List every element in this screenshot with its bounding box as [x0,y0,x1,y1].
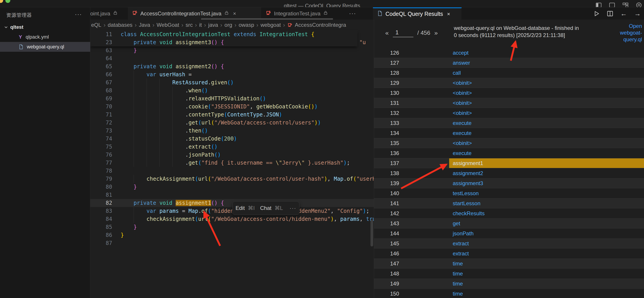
breadcrumb[interactable]: eQL›databases›Java›WebGoat›src›it›java›o… [91,20,373,30]
toggle-sidebar-icon[interactable] [596,2,602,7]
result-link[interactable]: checkResults [449,208,644,218]
sidebar-item-qlpack[interactable]: Y qlpack.yml [0,32,90,42]
line-content: .when() [121,87,374,95]
code-line-68[interactable]: 68 .when() [90,87,374,95]
layout-grid-icon[interactable] [622,2,628,7]
code-line-87[interactable]: 87 [90,239,374,247]
split-editor-icon[interactable] [607,10,613,17]
code-line-23[interactable]: 23 private void assignment3() { [90,38,358,46]
breadcrumb-item[interactable]: src [186,22,192,28]
breadcrumb-item[interactable]: org [224,22,232,28]
result-link[interactable]: extract [449,249,644,259]
sidebar-item-webgoat-query[interactable]: webgoat-query.ql [0,42,90,52]
account-icon[interactable] [636,2,642,7]
code-token: () [211,144,218,150]
close-tab-icon[interactable]: × [233,10,236,17]
explorer-more-actions-icon[interactable]: ··· [75,11,82,18]
code-token: private [134,39,160,45]
code-line-86[interactable]: 86} [90,231,374,239]
sidebar-item-qltest[interactable]: qltest [0,22,90,32]
open-query-link-line[interactable]: webgoat- [611,29,642,36]
result-link[interactable]: execute [449,148,644,158]
code-line-77[interactable]: 77 .get("find { it.username == \"Jerry\"… [90,159,374,167]
code-line-84[interactable]: 84 checkAssignment(url("/WebGoat/access-… [90,215,374,223]
breadcrumb-item[interactable]: it [199,22,202,28]
result-link[interactable]: <obinit> [449,88,644,98]
breadcrumb-item[interactable]: webgoat [260,22,281,28]
code-editor[interactable]: eQL›databases›Java›WebGoat›src›it›java›o… [90,20,374,298]
code-line-67[interactable]: 67 RestAssured.given() [90,79,374,87]
next-page-icon[interactable]: » [434,29,438,37]
tab-point-java[interactable]: oint.java [90,7,128,20]
prev-page-icon[interactable]: « [385,29,389,37]
code-line-66[interactable]: 66 var userHash = [90,70,374,79]
result-link[interactable]: execute [449,128,644,138]
page-number-input[interactable] [393,28,414,37]
code-line-80[interactable]: 80 } [90,183,374,191]
result-link[interactable]: assignment3 [449,178,644,188]
code-line-11[interactable]: 11class AccessControlIntegrationTest ext… [90,30,358,38]
tabbar-scrollbar[interactable] [201,18,333,20]
run-query-icon[interactable] [594,10,600,17]
breadcrumb-leaf[interactable]: AccessControlIntegra [295,22,346,28]
tab-overflow-icon[interactable]: ··· [346,7,359,20]
tab-accesscontrolintegrationtest[interactable]: AccessControlIntegrationTest.java × [128,7,262,20]
code-line-64[interactable]: 64 [90,54,374,62]
toggle-panel-icon[interactable] [609,2,615,7]
result-link[interactable]: <obinit> [449,98,644,108]
code-line-69[interactable]: 69 .relaxedHTTPSValidation() [90,95,374,103]
result-link[interactable]: <obinit> [449,108,644,118]
code-line-79[interactable]: 79 checkAssignment(url("/WebGoat/access-… [90,175,374,183]
code-lines[interactable]: 63 }6465 private void assignment2() {66 … [90,46,374,247]
result-link[interactable]: get [449,219,644,228]
code-line-63[interactable]: 63 } [90,46,374,54]
result-link[interactable]: time [449,269,644,279]
chat-button[interactable]: Chat [260,205,272,211]
result-link[interactable]: extract [449,239,644,248]
tab-integrationtest[interactable]: IntegrationTest.java [262,7,346,20]
breadcrumb-item[interactable]: Java [139,22,150,28]
breadcrumb-item[interactable]: java [208,22,218,28]
code-line-73[interactable]: 73 .then() [90,127,374,135]
result-link[interactable]: <obinit> [449,78,644,88]
editor-scrollbar[interactable] [370,220,373,247]
result-link[interactable]: time [449,279,644,289]
code-line-65[interactable]: 65 private void assignment2() { [90,62,374,70]
breadcrumb-item[interactable]: WebGoat [157,22,179,28]
result-link[interactable]: testLesson [449,188,644,198]
tab-codeql-query-results[interactable]: CodeQL Query Results × [373,7,462,20]
breadcrumb-item[interactable]: databases [108,22,132,28]
edit-button[interactable]: Edit [236,205,245,211]
result-link[interactable]: <obinit> [449,138,644,148]
breadcrumb-item[interactable]: owasp [239,22,254,28]
result-link[interactable]: time [449,259,644,268]
result-link[interactable]: answer [449,58,644,68]
close-tab-icon[interactable]: × [447,11,450,17]
open-query-link-line[interactable]: Open [611,23,642,29]
open-query-link[interactable]: Openwebgoat-query.ql [611,23,642,43]
breadcrumb-item[interactable]: eQL [91,22,101,28]
code-line-75[interactable]: 75 .extract() [90,143,374,151]
result-link[interactable]: startLesson [449,198,644,208]
result-link[interactable]: jsonPath [449,228,644,238]
code-line-70[interactable]: 70 .cookie("JSESSIONID", getWebGoatCooki… [90,103,374,111]
code-line-76[interactable]: 76 .jsonPath() [90,151,374,159]
code-line-74[interactable]: 74 .statusCode(200) [90,135,374,143]
result-link[interactable]: accept [449,48,644,58]
widget-more-icon[interactable]: ··· [290,205,296,211]
result-link[interactable]: call [449,68,644,78]
navigate-back-icon[interactable]: ← [620,10,627,17]
code-line-78[interactable]: 78 [90,167,374,175]
result-link[interactable]: time [449,289,644,298]
code-line-85[interactable]: 85 } [90,223,374,231]
code-line-81[interactable]: 81 [90,191,374,199]
result-link[interactable]: execute [449,118,644,128]
result-link[interactable]: assignment2 [449,168,644,178]
code-line-71[interactable]: 71 .contentType(ContentType.JSON) [90,111,374,119]
open-query-link-line[interactable]: query.ql [611,36,642,43]
code-line-82[interactable]: 82 private void assignment1() { [90,199,374,207]
code-line-72[interactable]: 72 .get(url("/WebGoat/access-control/use… [90,119,374,127]
result-link-selected[interactable]: assignment1 [449,158,644,168]
navigate-forward-icon[interactable]: → [634,10,641,17]
code-line-83[interactable]: 83 var params = Map.of("hiddenMenu1", "U… [90,207,374,215]
